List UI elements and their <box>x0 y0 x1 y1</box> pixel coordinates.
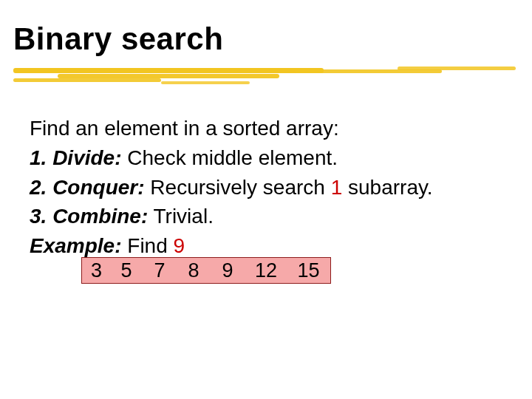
example-line: Example: Find 9 <box>30 231 502 261</box>
array-cell: 8 <box>177 257 210 284</box>
title-underline-brush <box>13 66 517 90</box>
array-cell: 9 <box>210 257 245 284</box>
step-2-label: 2. Conquer: <box>30 176 145 199</box>
slide-title: Binary search <box>13 24 223 55</box>
step-2-text-b: subarray. <box>342 176 432 199</box>
example-label: Example: <box>30 234 122 257</box>
array-cell: 15 <box>287 257 331 284</box>
body: Find an element in a sorted array: 1. Di… <box>30 114 502 261</box>
slide: Binary search Find an element in a sorte… <box>0 0 532 399</box>
array-row: 3 5 7 8 9 12 15 <box>81 257 331 284</box>
array-cell: 3 <box>81 257 111 284</box>
step-3-label: 3. Combine: <box>30 205 148 228</box>
step-1-label: 1. Divide: <box>30 146 121 169</box>
array-cell: 5 <box>111 257 142 284</box>
example-text: Find <box>122 234 174 257</box>
example-target: 9 <box>174 234 185 257</box>
step-1: 1. Divide: Check middle element. <box>30 143 502 173</box>
step-2-count: 1 <box>331 176 343 199</box>
title-block: Binary search <box>13 24 223 55</box>
step-1-text: Check middle element. <box>121 146 338 169</box>
intro-line: Find an element in a sorted array: <box>30 114 502 143</box>
array-cell: 12 <box>245 257 287 284</box>
step-3-text: Trivial. <box>148 205 214 228</box>
step-3: 3. Combine: Trivial. <box>30 202 502 231</box>
step-2: 2. Conquer: Recursively search 1 subarra… <box>30 173 502 202</box>
array-cell: 7 <box>142 257 177 284</box>
step-2-text-a: Recursively search <box>145 176 331 199</box>
